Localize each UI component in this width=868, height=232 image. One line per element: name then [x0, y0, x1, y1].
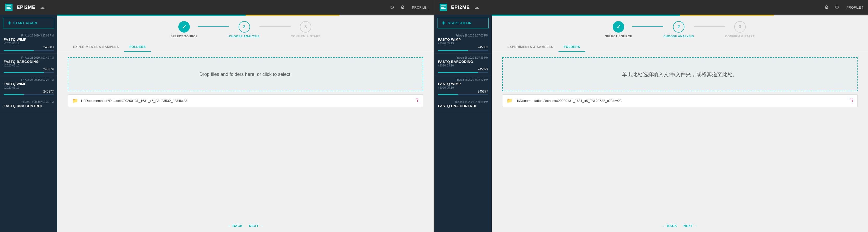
item-name: FASTQ BARCODING: [438, 60, 488, 64]
logo-text: EPI2ME: [17, 5, 35, 10]
item-name: FASTQ WIMP: [4, 82, 54, 86]
wizard-step-1[interactable]: 2 CHOOSE ANALYSIS: [229, 21, 259, 38]
item-version: v2020.03.10: [438, 64, 488, 67]
item-meta: Fri Aug 28 2020 3:02:22 PM: [4, 78, 54, 81]
tab-1[interactable]: FOLDERS: [124, 42, 151, 52]
next-button[interactable]: NEXT →: [683, 224, 698, 228]
item-progress-fill: [438, 94, 458, 95]
sidebar-item[interactable]: Fri Aug 28 2020 3:27:03 PM FASTQ WIMP v2…: [434, 32, 492, 54]
header: EPI2ME ☁ ⚙ ⚙ PROFILE [: [434, 0, 868, 14]
file-path: H:\Documentation\Datasets\20200131_1631_…: [516, 99, 847, 103]
item-id: 245379: [4, 68, 54, 71]
main-content: ✓ SELECT SOURCE 2 CHOOSE ANALYSIS 3 CONF…: [492, 14, 868, 232]
drop-zone-text: 单击此处选择输入文件/文件夹，或将其拖至此处。: [622, 71, 738, 78]
item-progress-bar: [438, 50, 488, 51]
item-meta: Fri Aug 28 2020 3:27:03 PM: [438, 34, 488, 37]
logo-icon: [440, 4, 447, 11]
item-name: FASTQ WIMP: [438, 82, 488, 86]
step-connector-0: [198, 26, 229, 27]
sidebar-item[interactable]: Fri Aug 28 2020 3:02:22 PM FASTQ WIMP v2…: [434, 76, 492, 98]
step-label: CHOOSE ANALYSIS: [663, 35, 694, 38]
item-version: v2020.03.10: [4, 64, 54, 67]
item-progress-fill: [438, 50, 468, 51]
step-label: CONFIRM & START: [725, 35, 754, 38]
item-meta: Tue Jan 14 2020 2:59:39 PM: [4, 101, 54, 103]
sidebar: ✚START AGAIN Fri Aug 28 2020 3:27:03 PM …: [434, 14, 492, 232]
step-circle: 2: [673, 21, 684, 33]
svg-rect-4: [441, 7, 444, 8]
wizard-step-0[interactable]: ✓ SELECT SOURCE: [170, 21, 198, 38]
drop-zone[interactable]: 单击此处选择输入文件/文件夹，或将其拖至此处。: [502, 57, 858, 91]
sidebar-item[interactable]: Fri Aug 28 2020 3:07:49 PM FASTQ BARCODI…: [434, 54, 492, 76]
logo-text: EPI2ME: [451, 5, 470, 10]
item-name: FASTQ DNA CONTROL: [438, 104, 488, 108]
start-again-button[interactable]: ✚START AGAIN: [3, 18, 54, 28]
profile-label[interactable]: PROFILE [: [846, 5, 863, 9]
back-button[interactable]: ← BACK: [228, 224, 243, 228]
tabs: EXPERIMENTS & SAMPLESFOLDERS: [57, 42, 434, 52]
profile-label[interactable]: PROFILE [: [412, 5, 428, 9]
remove-file-icon[interactable]: ⠹: [850, 98, 853, 103]
wizard-step-0[interactable]: ✓ SELECT SOURCE: [605, 21, 632, 38]
step-label: CONFIRM & START: [291, 35, 320, 38]
item-progress-bar: [438, 72, 488, 73]
panel-left: EPI2ME ☁ ⚙ ⚙ PROFILE [ ✚START AGAIN Fri …: [0, 0, 434, 232]
item-name: FASTQ WIMP: [438, 37, 488, 41]
content-area: ✚START AGAIN Fri Aug 28 2020 3:27:03 PM …: [434, 14, 868, 232]
bottom-nav: ← BACKNEXT →: [492, 220, 868, 232]
svg-rect-2: [6, 8, 11, 9]
back-button[interactable]: ← BACK: [662, 224, 677, 228]
item-version: v2020.05.19: [4, 86, 54, 89]
sidebar-item[interactable]: Fri Aug 28 2020 3:07:49 PM FASTQ BARCODI…: [0, 54, 57, 76]
item-meta: Tue Jan 14 2020 2:59:39 PM: [438, 101, 488, 103]
svg-rect-5: [441, 8, 445, 9]
wizard-step-1[interactable]: 2 CHOOSE ANALYSIS: [663, 21, 694, 38]
item-meta: Fri Aug 28 2020 3:27:03 PM: [4, 34, 54, 37]
settings-icon-1[interactable]: ⚙: [825, 4, 829, 10]
cloud-icon: ☁: [40, 4, 45, 10]
step-circle: 3: [734, 21, 746, 33]
settings-icon-2[interactable]: ⚙: [401, 4, 405, 10]
settings-icon-2[interactable]: ⚙: [835, 4, 839, 10]
item-version: v2020.05.19: [4, 42, 54, 45]
wizard-steps: ✓ SELECT SOURCE 2 CHOOSE ANALYSIS 3 CONF…: [492, 16, 868, 40]
start-again-button[interactable]: ✚START AGAIN: [437, 18, 489, 28]
item-progress-bar: [4, 94, 54, 95]
svg-rect-0: [6, 5, 11, 6]
tab-0[interactable]: EXPERIMENTS & SAMPLES: [502, 42, 558, 52]
tab-1[interactable]: FOLDERS: [558, 42, 585, 52]
item-meta: Fri Aug 28 2020 3:02:22 PM: [438, 78, 488, 81]
item-progress-fill: [438, 72, 478, 73]
plus-icon: ✚: [442, 21, 445, 26]
sidebar-item[interactable]: Fri Aug 28 2020 3:02:22 PM FASTQ WIMP v2…: [0, 76, 57, 98]
item-id: 245383: [4, 45, 54, 49]
settings-icon-1[interactable]: ⚙: [390, 4, 394, 10]
remove-file-icon[interactable]: ⠹: [415, 98, 419, 103]
step-label: SELECT SOURCE: [605, 35, 632, 38]
tabs: EXPERIMENTS & SAMPLESFOLDERS: [492, 42, 868, 52]
start-again-label: START AGAIN: [448, 21, 472, 25]
item-progress-fill: [4, 50, 34, 51]
sidebar-item[interactable]: Tue Jan 14 2020 2:59:39 PM FASTQ DNA CON…: [434, 98, 492, 111]
next-button[interactable]: NEXT →: [249, 224, 263, 228]
sidebar-item[interactable]: Fri Aug 28 2020 3:27:03 PM FASTQ WIMP v2…: [0, 32, 57, 54]
item-progress-bar: [4, 50, 54, 51]
sidebar: ✚START AGAIN Fri Aug 28 2020 3:27:03 PM …: [0, 14, 57, 232]
tab-0[interactable]: EXPERIMENTS & SAMPLES: [68, 42, 124, 52]
drop-zone[interactable]: Drop files and folders here, or click to…: [68, 57, 423, 91]
header: EPI2ME ☁ ⚙ ⚙ PROFILE [: [0, 0, 434, 14]
step-circle: 2: [239, 21, 250, 33]
sidebar-item[interactable]: Tue Jan 14 2020 2:59:39 PM FASTQ DNA CON…: [0, 98, 57, 111]
item-progress-fill: [4, 72, 44, 73]
step-circle: ✓: [613, 21, 624, 33]
step-connector-1: [259, 26, 291, 27]
cloud-icon: ☁: [474, 4, 479, 10]
step-label: SELECT SOURCE: [170, 35, 198, 38]
panel-right: EPI2ME ☁ ⚙ ⚙ PROFILE [ ✚START AGAIN Fri …: [434, 0, 868, 232]
item-meta: Fri Aug 28 2020 3:07:49 PM: [438, 56, 488, 59]
logo-icon: [5, 4, 12, 11]
item-name: FASTQ BARCODING: [4, 60, 54, 64]
main-content: ✓ SELECT SOURCE 2 CHOOSE ANALYSIS 3 CONF…: [57, 14, 434, 232]
step-connector-0: [632, 26, 663, 27]
step-label: CHOOSE ANALYSIS: [229, 35, 259, 38]
